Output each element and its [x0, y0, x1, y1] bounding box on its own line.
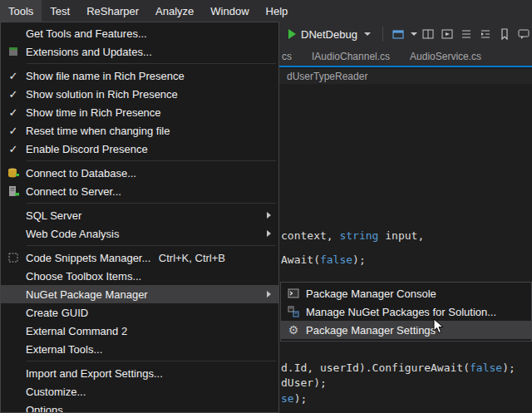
indent-button[interactable] — [477, 24, 494, 44]
chevron-down-icon — [411, 32, 417, 36]
code-line: d.Id, userId).ConfigureAwait(false); — [281, 361, 515, 374]
comment-button[interactable] — [515, 24, 532, 44]
menu-item-label: Connect to Database... — [26, 167, 278, 179]
start-debugging-button[interactable]: DNetDebug — [283, 27, 376, 42]
menu-item-label: Show file name in Rich Presence — [26, 70, 278, 82]
console-icon — [287, 287, 300, 300]
checkmark-icon: ✓ — [9, 125, 18, 136]
submenu-item-package-manager-settings[interactable]: ⚙ Package Manager Settings — [281, 321, 531, 339]
pane-navigate-button[interactable] — [439, 24, 456, 44]
menu-separator — [27, 63, 276, 64]
packages-icon — [287, 305, 300, 318]
menu-item-label: Connect to Server... — [26, 185, 278, 198]
split-pane-button[interactable] — [420, 24, 436, 44]
menu-item-label: Web Code Analysis — [26, 228, 267, 240]
menubar-item-resharper[interactable]: ReSharper — [78, 0, 147, 22]
server-icon — [7, 184, 20, 198]
menu-separator — [27, 160, 276, 161]
code-line: se); — [281, 392, 307, 405]
menu-item-extensions-and-updates[interactable]: Extensions and Updates... — [1, 42, 278, 61]
tools-menu: Get Tools and Features... Extensions and… — [0, 22, 279, 413]
menu-item-web-code-analysis[interactable]: Web Code Analysis — [1, 224, 278, 243]
bookmark-icon — [498, 27, 511, 41]
menu-item-label: Options... — [26, 404, 278, 413]
tab-iaudiochannel[interactable]: IAudioChannel.cs — [302, 47, 400, 66]
menu-gutter — [281, 287, 306, 300]
menu-item-connect-to-server[interactable]: Connect to Server... — [1, 182, 278, 200]
menu-gutter — [1, 184, 26, 198]
snippets-icon — [7, 251, 20, 264]
menu-item-label: External Tools... — [26, 343, 278, 356]
menu-gutter: ✓ — [1, 89, 26, 100]
menubar-item-window[interactable]: Window — [202, 0, 257, 22]
submenu-item-manage-nuget-packages[interactable]: Manage NuGet Packages for Solution... — [281, 302, 531, 321]
menu-item-nuget-package-manager[interactable]: NuGet Package Manager — [1, 285, 278, 303]
menu-item-code-snippets-manager[interactable]: Code Snippets Manager... Ctrl+K, Ctrl+B — [1, 248, 278, 267]
menu-gutter — [1, 166, 26, 179]
menu-item-show-solution[interactable]: ✓ Show solution in Rich Presence — [1, 85, 278, 103]
menu-item-label: Code Snippets Manager... — [26, 252, 159, 264]
start-config-label: DNetDebug — [301, 28, 357, 41]
menubar-item-test[interactable]: Test — [42, 0, 78, 22]
menu-item-reset-time[interactable]: ✓ Reset time when changing file — [1, 121, 278, 140]
menu-separator — [27, 245, 276, 246]
menu-item-external-tools[interactable]: External Tools... — [1, 340, 278, 358]
toolbar-dropdown-button[interactable] — [409, 24, 417, 44]
menu-gutter: ⚙ — [281, 324, 306, 336]
menu-item-show-file-name[interactable]: ✓ Show file name in Rich Presence — [1, 66, 278, 85]
menu-item-external-command-2[interactable]: External Command 2 — [1, 322, 278, 340]
menu-item-label: Get Tools and Features... — [26, 27, 278, 40]
toolbar-separator — [382, 27, 383, 42]
menu-item-label: Show solution in Rich Presence — [26, 88, 278, 101]
menu-gutter — [1, 45, 26, 58]
breadcrumb[interactable]: dUserTypeReader — [287, 71, 367, 82]
code-line: context, string input, — [281, 229, 424, 242]
submenu-item-label: Package Manager Settings — [306, 324, 531, 337]
menu-item-connect-to-database[interactable]: Connect to Database... — [1, 164, 278, 182]
checkmark-icon: ✓ — [9, 144, 18, 155]
menu-item-label: Customize... — [26, 386, 278, 398]
menu-separator — [27, 203, 276, 204]
menubar-item-analyze[interactable]: Analyze — [147, 0, 202, 22]
tab-partial[interactable]: cs — [280, 47, 302, 66]
menu-item-label: External Command 2 — [26, 325, 278, 337]
menu-item-shortcut: Ctrl+K, Ctrl+B — [159, 252, 278, 264]
menu-item-label: Reset time when changing file — [26, 125, 278, 137]
pane-arrow-icon — [441, 27, 454, 41]
menu-item-label: Import and Export Settings... — [26, 367, 278, 380]
menu-item-show-time[interactable]: ✓ Show time in Rich Presence — [1, 103, 278, 121]
menu-item-label: Create GUID — [26, 307, 278, 319]
submenu-arrow-icon — [267, 291, 271, 297]
menu-item-sql-server[interactable]: SQL Server — [1, 206, 278, 224]
menu-item-label: Extensions and Updates... — [26, 46, 278, 58]
submenu-item-package-manager-console[interactable]: Package Manager Console — [281, 284, 531, 302]
menu-item-import-export-settings[interactable]: Import and Export Settings... — [1, 364, 278, 382]
menu-item-customize[interactable]: Customize... — [1, 382, 278, 401]
nuget-submenu: Package Manager Console Manage NuGet Pac… — [280, 282, 532, 342]
menu-gutter — [1, 251, 26, 264]
menu-item-create-guid[interactable]: Create GUID — [1, 303, 278, 322]
menu-item-label: SQL Server — [26, 209, 267, 222]
menu-item-choose-toolbox-items[interactable]: Choose Toolbox Items... — [1, 267, 278, 285]
code-line: Await(false); — [281, 253, 366, 266]
menu-item-enable-discord-presence[interactable]: ✓ Enable Discord Presence — [1, 140, 278, 158]
line-list-button[interactable] — [458, 24, 475, 44]
menu-item-options[interactable]: Options... — [1, 401, 278, 413]
submenu-arrow-icon — [267, 230, 271, 237]
extensions-icon — [7, 45, 20, 58]
menubar-item-tools[interactable]: Tools — [0, 0, 42, 22]
chevron-down-icon — [364, 32, 371, 36]
bookmark-button[interactable] — [496, 24, 513, 44]
tab-audioservice[interactable]: AudioService.cs — [400, 47, 491, 66]
menubar-item-help[interactable]: Help — [258, 0, 297, 22]
menu-gutter: ✓ — [1, 107, 26, 118]
menu-gutter: ✓ — [1, 125, 26, 136]
attach-process-button[interactable] — [390, 24, 406, 44]
submenu-item-label: Manage NuGet Packages for Solution... — [306, 306, 531, 318]
indent-lines-icon — [479, 27, 492, 41]
menu-item-label: Enable Discord Presence — [26, 143, 278, 155]
menu-gutter: ✓ — [1, 144, 26, 155]
split-pane-icon — [421, 27, 435, 41]
menu-item-label: Choose Toolbox Items... — [26, 270, 278, 283]
menu-item-get-tools-and-features[interactable]: Get Tools and Features... — [1, 24, 278, 42]
